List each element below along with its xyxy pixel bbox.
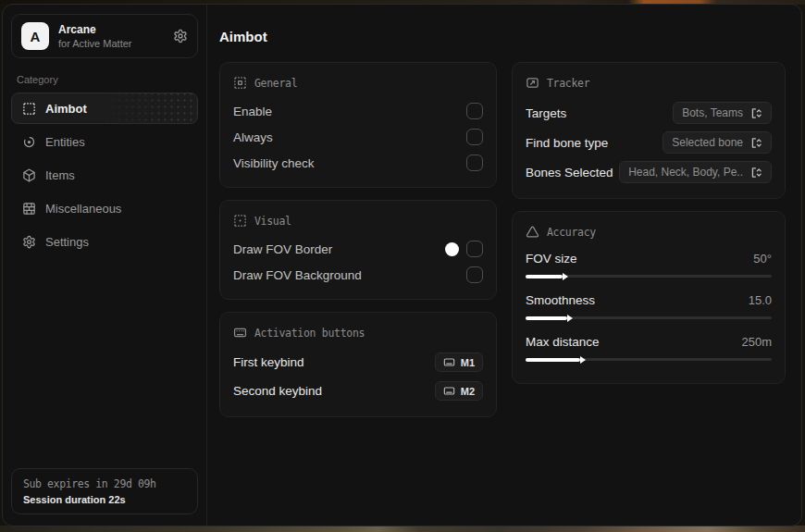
fov-size-group: FOV size 50° — [526, 247, 772, 280]
scan-eye-icon — [22, 135, 36, 149]
sidebar-item-miscellaneous[interactable]: Miscellaneous — [11, 192, 198, 224]
section-title: Accuracy — [547, 226, 596, 239]
brand-text: Arcane for Active Matter — [58, 23, 131, 49]
max-distance-group: Max distance 250m — [526, 330, 772, 364]
category-label: Category — [17, 74, 192, 85]
setting-label: Bones Selected — [526, 166, 613, 179]
app-logo: A — [21, 22, 49, 50]
find-bone-type-dropdown[interactable]: Selected bone — [663, 131, 772, 154]
fov-size-slider[interactable] — [526, 272, 772, 280]
setting-controls — [445, 241, 483, 257]
slider-value: 15.0 — [749, 293, 772, 307]
subscription-info-card: Sub expires in 29d 09h Session duration … — [11, 468, 198, 514]
keybind-value: M1 — [461, 357, 475, 368]
setting-row: First keybind M1 — [233, 348, 483, 377]
setting-row: Draw FOV Background — [233, 262, 483, 288]
setting-row: Bones Selected Head, Neck, Body, Pe.. — [526, 157, 772, 187]
slider-fill — [526, 316, 567, 320]
setting-label: Max distance — [526, 335, 600, 349]
app-name: Arcane — [58, 23, 131, 36]
sidebar-item-label: Entities — [45, 135, 85, 149]
second-keybind-button[interactable]: M2 — [435, 381, 483, 401]
setting-label: Smoothness — [526, 293, 595, 307]
frame-dot-icon — [233, 214, 247, 228]
keybind-value: M2 — [461, 386, 475, 397]
section-title: Tracker — [547, 77, 589, 90]
setting-row: Second keybind M2 — [233, 377, 483, 405]
setting-row: Draw FOV Border — [233, 236, 483, 262]
setting-label: Always — [233, 130, 273, 144]
draw-fov-border-checkbox[interactable] — [466, 241, 483, 257]
select-chevrons-icon — [750, 137, 762, 149]
enable-checkbox[interactable] — [466, 103, 483, 119]
setting-row: Targets Bots, Teams — [526, 98, 772, 128]
box-select-icon — [22, 102, 36, 116]
smoothness-slider[interactable] — [526, 314, 772, 322]
keyboard-icon — [443, 385, 455, 397]
general-card-header: General — [233, 72, 483, 98]
dropdown-value: Selected bone — [672, 136, 743, 149]
visibility-check-checkbox[interactable] — [466, 155, 483, 171]
slider-header: FOV size 50° — [526, 247, 772, 269]
setting-label: Enable — [233, 105, 272, 118]
setting-row: Enable — [233, 98, 483, 124]
draw-fov-background-checkbox[interactable] — [466, 266, 483, 283]
slider-value: 250m — [741, 335, 772, 349]
triangle-icon — [526, 225, 539, 239]
session-duration-text: Session duration 22s — [23, 494, 186, 505]
sidebar-item-settings[interactable]: Settings — [11, 226, 198, 257]
gear-icon — [22, 235, 36, 249]
accuracy-card-header: Accuracy — [526, 221, 772, 247]
setting-label: Second keybind — [233, 384, 322, 398]
sub-expiry-text: Sub expires in 29d 09h — [23, 477, 186, 490]
setting-label: FOV size — [526, 252, 577, 266]
sidebar-item-label: Settings — [45, 235, 89, 249]
setting-row: Always — [233, 124, 483, 150]
max-distance-slider[interactable] — [526, 355, 772, 364]
dropdown-value: Head, Neck, Body, Pe.. — [628, 166, 743, 179]
sidebar-item-aimbot[interactable]: Aimbot — [11, 93, 198, 124]
general-card: General Enable Always Visibility check — [219, 62, 497, 188]
setting-row: Visibility check — [233, 150, 483, 176]
settings-gear-button[interactable] — [173, 29, 188, 43]
dropdown-value: Bots, Teams — [682, 106, 743, 119]
tracker-icon — [526, 76, 539, 90]
section-title: General — [254, 77, 297, 90]
brand-card: A Arcane for Active Matter — [11, 14, 198, 58]
tracker-card-header: Tracker — [526, 72, 772, 98]
select-chevrons-icon — [750, 107, 762, 119]
sidebar: A Arcane for Active Matter Category Aimb… — [3, 5, 207, 526]
sidebar-item-entities[interactable]: Entities — [11, 126, 198, 157]
page-title: Aimbot — [219, 29, 786, 44]
left-column: General Enable Always Visibility check — [219, 62, 497, 417]
sidebar-item-label: Miscellaneous — [45, 202, 121, 216]
fov-border-color-swatch[interactable] — [445, 242, 459, 256]
keyboard-icon — [233, 326, 247, 340]
select-chevrons-icon — [750, 167, 762, 179]
visual-card: Visual Draw FOV Border Draw FOV Backgrou… — [219, 200, 497, 300]
smoothness-group: Smoothness 15.0 — [526, 289, 772, 322]
slider-header: Smoothness 15.0 — [526, 289, 772, 311]
targets-dropdown[interactable]: Bots, Teams — [673, 102, 772, 124]
first-keybind-button[interactable]: M1 — [435, 353, 483, 372]
always-checkbox[interactable] — [466, 129, 483, 145]
activation-buttons-card: Activation buttons First keybind M1 Seco… — [219, 312, 497, 417]
sidebar-item-label: Aimbot — [45, 102, 87, 116]
visual-card-header: Visual — [233, 210, 483, 236]
app-tagline: for Active Matter — [58, 38, 131, 49]
slider-fill — [526, 358, 580, 362]
content-columns: General Enable Always Visibility check — [219, 62, 786, 417]
slider-header: Max distance 250m — [526, 330, 772, 353]
right-column: Tracker Targets Bots, Teams Find bone ty… — [512, 62, 786, 384]
setting-row: Find bone type Selected bone — [526, 128, 772, 157]
main-content: Aimbot General Enable Alw — [207, 5, 802, 526]
bones-selected-dropdown[interactable]: Head, Neck, Body, Pe.. — [619, 161, 772, 183]
accuracy-card: Accuracy FOV size 50° — [512, 211, 786, 384]
setting-label: Targets — [526, 106, 566, 120]
tracker-card: Tracker Targets Bots, Teams Find bone ty… — [512, 62, 786, 199]
setting-label: Draw FOV Border — [233, 242, 332, 256]
setting-label: Visibility check — [233, 156, 315, 170]
setting-label: Draw FOV Background — [233, 268, 362, 282]
sidebar-item-label: Items — [45, 168, 75, 182]
sidebar-item-items[interactable]: Items — [11, 159, 198, 191]
